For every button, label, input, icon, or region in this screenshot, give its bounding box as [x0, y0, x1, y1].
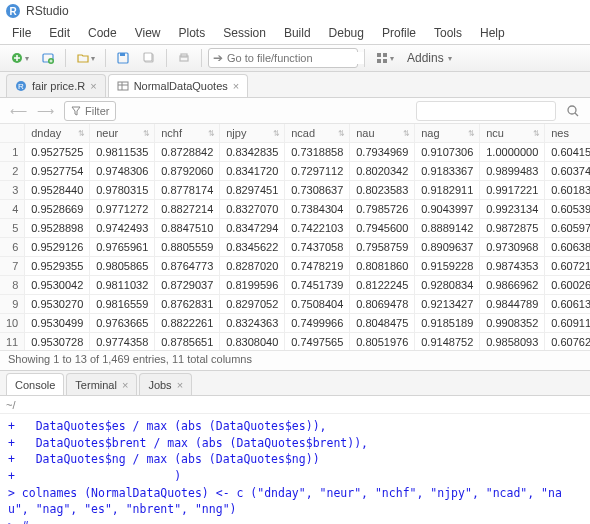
table-cell: 0.8199596 — [220, 276, 285, 295]
row-number: 11 — [0, 333, 25, 351]
console-path: ~/ — [6, 399, 15, 411]
table-cell: 0.6076280 — [545, 333, 590, 351]
table-cell: 0.9530042 — [25, 276, 90, 295]
toolbar-separator — [65, 49, 66, 67]
svg-rect-9 — [377, 53, 381, 57]
close-icon[interactable]: × — [90, 80, 96, 92]
table-cell: 0.8297052 — [220, 295, 285, 314]
table-cell: 0.8729037 — [155, 276, 220, 295]
menu-session[interactable]: Session — [215, 24, 274, 42]
toolbar-separator — [105, 49, 106, 67]
goto-input[interactable] — [227, 52, 365, 64]
search-icon[interactable] — [562, 101, 584, 121]
toolbar-separator — [166, 49, 167, 67]
table-cell: 0.8341720 — [220, 162, 285, 181]
filter-label: Filter — [85, 105, 109, 117]
source-tab[interactable]: NormalDataQuotes× — [108, 74, 249, 97]
table-cell: 0.6063874 — [545, 238, 590, 257]
console-output[interactable]: + DataQuotes$es / max (abs (DataQuotes$e… — [0, 414, 590, 524]
menu-edit[interactable]: Edit — [41, 24, 78, 42]
menu-build[interactable]: Build — [276, 24, 319, 42]
close-icon[interactable]: × — [233, 80, 239, 92]
menu-code[interactable]: Code — [80, 24, 125, 42]
menu-debug[interactable]: Debug — [321, 24, 372, 42]
close-icon[interactable]: × — [122, 379, 128, 391]
menu-help[interactable]: Help — [472, 24, 513, 42]
tab-label: Terminal — [75, 379, 117, 391]
panel-tab-console[interactable]: Console — [6, 373, 64, 395]
menu-plots[interactable]: Plots — [171, 24, 214, 42]
table-cell: 0.8287020 — [220, 257, 285, 276]
print-button[interactable] — [173, 48, 195, 68]
svg-rect-11 — [377, 59, 381, 63]
svg-rect-6 — [144, 53, 152, 61]
main-toolbar: ▾ ▾ ➔ ▾ Addins ▾ — [0, 44, 590, 72]
table-row[interactable]: 90.95302700.98165590.87628310.82970520.7… — [0, 295, 590, 314]
menu-file[interactable]: File — [4, 24, 39, 42]
table-row[interactable]: 20.95277540.97483060.87920600.83417200.7… — [0, 162, 590, 181]
new-project-button[interactable] — [37, 48, 59, 68]
row-number: 8 — [0, 276, 25, 295]
row-number: 3 — [0, 181, 25, 200]
console-line: + ) — [8, 468, 582, 485]
table-cell: 0.9148752 — [415, 333, 480, 351]
column-header[interactable]: nes⇅ — [545, 124, 590, 143]
table-cell: 0.7499966 — [285, 314, 350, 333]
table-cell: 0.9530270 — [25, 295, 90, 314]
save-button[interactable] — [112, 48, 134, 68]
addins-menu[interactable]: Addins ▾ — [402, 48, 457, 68]
filter-button[interactable]: Filter — [64, 101, 116, 121]
table-row[interactable]: 60.95291260.97659610.88055590.83456220.7… — [0, 238, 590, 257]
column-header[interactable]: njpy⇅ — [220, 124, 285, 143]
nav-back-button[interactable]: ⟵ — [6, 101, 31, 121]
new-file-button[interactable]: ▾ — [6, 48, 33, 68]
filter-icon — [71, 106, 81, 116]
goto-file-function[interactable]: ➔ — [208, 48, 358, 68]
close-icon[interactable]: × — [177, 379, 183, 391]
table-row[interactable]: 10.95275250.98115350.87288420.83428350.7… — [0, 143, 590, 162]
table-cell: 0.6002673 — [545, 276, 590, 295]
row-number: 5 — [0, 219, 25, 238]
sort-icon: ⇅ — [468, 129, 475, 138]
table-cell: 0.9866962 — [480, 276, 545, 295]
console-line: > #-------------------------------------… — [8, 518, 582, 524]
column-header[interactable]: dnday⇅ — [25, 124, 90, 143]
search-input[interactable] — [416, 101, 556, 121]
table-cell: 0.9528898 — [25, 219, 90, 238]
table-row[interactable]: 40.95286690.97712720.88272140.83270700.7… — [0, 200, 590, 219]
panel-tab-terminal[interactable]: Terminal× — [66, 373, 137, 395]
table-cell: 0.8308040 — [220, 333, 285, 351]
panel-tab-jobs[interactable]: Jobs× — [139, 373, 192, 395]
nav-forward-button[interactable]: ⟶ — [33, 101, 58, 121]
table-row[interactable]: 110.95307280.97743580.87856510.83080400.… — [0, 333, 590, 351]
menu-view[interactable]: View — [127, 24, 169, 42]
column-header[interactable]: neur⇅ — [90, 124, 155, 143]
table-row[interactable]: 70.95293550.98058650.87647730.82870200.7… — [0, 257, 590, 276]
column-header[interactable]: ncu⇅ — [480, 124, 545, 143]
table-row[interactable]: 80.95300420.98110320.87290370.81995960.7… — [0, 276, 590, 295]
column-header[interactable]: nag⇅ — [415, 124, 480, 143]
column-header[interactable]: ncad⇅ — [285, 124, 350, 143]
row-number: 9 — [0, 295, 25, 314]
menu-bar: FileEditCodeViewPlotsSessionBuildDebugPr… — [0, 22, 590, 44]
table-cell: 0.9774358 — [90, 333, 155, 351]
table-cell: 0.8785651 — [155, 333, 220, 351]
table-cell: 0.9763665 — [90, 314, 155, 333]
menu-tools[interactable]: Tools — [426, 24, 470, 42]
column-header[interactable]: nchf⇅ — [155, 124, 220, 143]
table-row[interactable]: 30.95284400.97803150.87781740.82974510.7… — [0, 181, 590, 200]
table-cell: 0.9771272 — [90, 200, 155, 219]
menu-profile[interactable]: Profile — [374, 24, 424, 42]
table-row[interactable]: 50.95288980.97424930.88475100.83472940.7… — [0, 219, 590, 238]
app-title: RStudio — [26, 4, 69, 18]
table-cell: 0.8764773 — [155, 257, 220, 276]
column-header[interactable]: nau⇅ — [350, 124, 415, 143]
data-frame-icon — [117, 80, 129, 92]
grid-button[interactable]: ▾ — [371, 48, 398, 68]
source-tab[interactable]: Rfair price.R× — [6, 74, 106, 97]
data-viewer-toolbar: ⟵ ⟶ Filter — [0, 98, 590, 124]
save-all-button[interactable] — [138, 48, 160, 68]
table-row[interactable]: 100.95304990.97636650.88222610.83243630.… — [0, 314, 590, 333]
table-cell: 0.8889142 — [415, 219, 480, 238]
open-file-button[interactable]: ▾ — [72, 48, 99, 68]
